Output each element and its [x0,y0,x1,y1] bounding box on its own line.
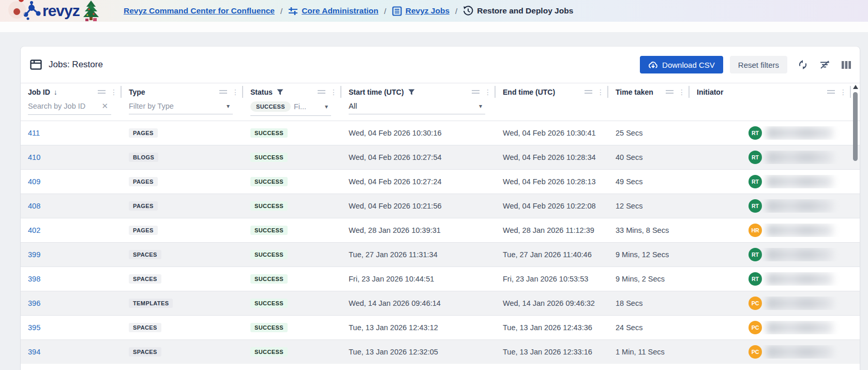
job-id-link[interactable]: 399 [28,250,40,259]
column-menu-icon[interactable]: ⋮ [840,90,847,95]
job-id-link[interactable]: 409 [28,177,40,186]
time-taken-value: 25 Secs [616,129,642,137]
end-time-value: Wed, 04 Feb 2026 10:22:08 [503,202,596,210]
breadcrumb-link[interactable]: Revyz Command Center for Confluence [124,6,275,16]
card-toolbar: Jobs: Restore Download CSV Reset filters [21,47,860,83]
filter-status[interactable]: SUCCESS Fi... ▾ [243,100,341,121]
table-row[interactable]: 411 PAGES SUCCESS Wed, 04 Feb 2026 10:30… [21,121,860,145]
type-badge: SPACES [129,250,161,259]
chevron-down-icon[interactable]: ▾ [479,102,484,110]
column-header-job-id[interactable]: Job ID ↓ ⋮ [21,83,122,100]
ornament-decoration [13,8,20,15]
scroll-up-arrow-icon[interactable] [853,85,858,89]
filter-initiator[interactable] [690,100,851,121]
table-row[interactable]: 396 TEMPLATES SUCCESS Wed, 14 Jan 2026 0… [21,291,860,315]
status-badge: SUCCESS [250,274,288,284]
start-time-value: Wed, 04 Feb 2026 10:27:54 [349,153,442,161]
filter-funnel-icon[interactable] [277,89,283,95]
table-row[interactable]: 398 SPACES SUCCESS Fri, 23 Jan 2026 10:4… [21,267,860,291]
column-resize-handle[interactable] [472,90,480,94]
table-header-row: Job ID ↓ ⋮ Type ⋮ Status [21,83,860,100]
job-id-link[interactable]: 402 [28,226,40,234]
column-menu-icon[interactable]: ⋮ [110,90,117,95]
logo-wordmark: revyz [42,2,80,20]
time-taken-value: 9 Mins, 12 Secs [616,250,669,259]
job-id-link[interactable]: 395 [28,323,40,332]
column-resize-handle[interactable] [318,90,325,94]
cell-start-time: Wed, 04 Feb 2026 10:27:24 [341,177,496,186]
column-resize-handle[interactable] [219,90,227,94]
column-label: Status [250,88,273,96]
filter-job-id[interactable]: Search by Job ID ✕ [21,100,122,121]
status-badge: SUCCESS [250,347,288,357]
chevron-down-icon[interactable]: ▾ [325,103,330,110]
column-resize-handle[interactable] [585,90,592,94]
filter-start-time[interactable]: All ▾ [341,100,496,121]
breadcrumb-link[interactable]: Core Administration [302,6,378,16]
chevron-down-icon[interactable]: ▾ [227,102,232,110]
job-id-link[interactable]: 396 [28,299,40,307]
job-id-link[interactable]: 411 [28,129,40,137]
breadcrumb-separator: / [280,7,282,16]
column-resize-handle[interactable] [827,90,835,94]
breadcrumb-item-core-administration[interactable]: Core Administration [288,6,378,16]
job-id-link[interactable]: 408 [28,202,40,210]
column-menu-icon[interactable]: ⋮ [678,90,685,95]
grid-icon [392,6,402,16]
vertical-scrollbar[interactable] [852,83,858,370]
breadcrumb-link[interactable]: Revyz Jobs [406,6,450,16]
table-row[interactable]: 395 SPACES SUCCESS Tue, 13 Jan 2026 12:4… [21,315,860,339]
filter-off-icon[interactable] [818,58,831,71]
clear-icon[interactable]: ✕ [101,101,110,111]
end-time-value: Wed, 04 Feb 2026 10:28:13 [503,177,596,186]
column-menu-icon[interactable]: ⋮ [232,90,239,95]
breadcrumb-item-revyz-jobs[interactable]: Revyz Jobs [392,6,450,16]
filter-end-time[interactable] [496,100,608,121]
breadcrumb-item-command-center[interactable]: Revyz Command Center for Confluence [124,6,275,16]
cell-start-time: Wed, 04 Feb 2026 10:27:54 [341,153,496,161]
type-filter-select[interactable]: Filter by Type [129,102,174,110]
column-resize-handle[interactable] [666,90,674,94]
column-label: Start time (UTC) [349,88,404,96]
cell-start-time: Tue, 13 Jan 2026 12:32:05 [341,348,496,356]
column-resize-handle[interactable] [98,90,106,94]
reset-filters-button[interactable]: Reset filters [730,56,787,73]
download-csv-button[interactable]: Download CSV [640,56,723,73]
table-row[interactable]: 408 PAGES SUCCESS Wed, 04 Feb 2026 10:21… [21,194,860,218]
scrollbar-thumb[interactable] [853,92,858,161]
card-title-group: Jobs: Restore [30,60,103,70]
cell-status: SUCCESS [243,226,341,235]
filter-time-taken[interactable] [608,100,690,121]
job-id-search-input[interactable]: Search by Job ID [28,102,85,110]
column-menu-icon[interactable]: ⋮ [484,90,491,95]
column-header-end-time[interactable]: End time (UTC) ⋮ [496,83,608,100]
cell-time-taken: 25 Secs [608,129,690,137]
filter-type[interactable]: Filter by Type ▾ [122,100,243,121]
table-row[interactable]: 394 SPACES SUCCESS Tue, 13 Jan 2026 12:3… [21,339,860,364]
table-row[interactable]: 410 BLOGS SUCCESS Wed, 04 Feb 2026 10:27… [21,145,860,169]
column-menu-icon[interactable]: ⋮ [330,90,337,95]
cell-status: SUCCESS [243,177,341,186]
column-header-status[interactable]: Status ⋮ [243,83,341,100]
column-header-initiator[interactable]: Initiator ⋮ [690,83,851,100]
table-row[interactable]: 409 PAGES SUCCESS Wed, 04 Feb 2026 10:27… [21,169,860,194]
job-id-link[interactable]: 398 [28,275,40,283]
sort-desc-icon[interactable]: ↓ [54,88,57,96]
refresh-icon[interactable] [797,58,809,71]
table-row[interactable]: 399 SPACES SUCCESS Tue, 27 Jan 2026 11:3… [21,242,860,267]
start-time-value: Wed, 14 Jan 2026 09:46:14 [349,299,441,307]
column-menu-icon[interactable]: ⋮ [597,90,604,95]
status-filter-input[interactable]: Fi... [294,102,306,111]
cloud-download-icon [648,61,658,69]
job-id-link[interactable]: 394 [28,348,40,356]
columns-icon[interactable] [840,58,852,71]
table-row[interactable]: 402 PAGES SUCCESS Wed, 28 Jan 2026 10:39… [21,218,860,242]
column-header-start-time[interactable]: Start time (UTC) ⋮ [341,83,496,100]
status-filter-chip[interactable]: SUCCESS [250,101,291,112]
redacted-initiator-name [767,200,833,212]
job-id-link[interactable]: 410 [28,153,40,161]
column-header-time-taken[interactable]: Time taken ⋮ [608,83,690,100]
start-time-filter-select[interactable]: All [349,102,357,110]
filter-funnel-icon[interactable] [408,89,415,95]
column-header-type[interactable]: Type ⋮ [122,83,243,100]
